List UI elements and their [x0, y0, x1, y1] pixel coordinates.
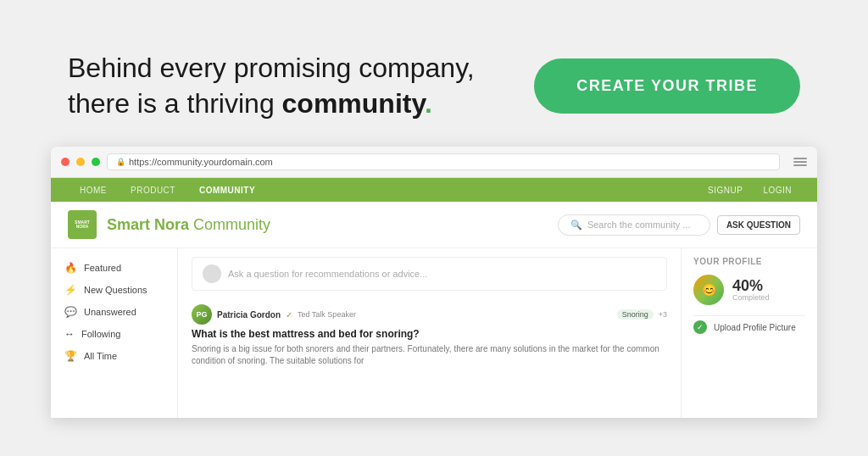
sidebar-item-featured-label: Featured — [84, 263, 121, 273]
menu-line-3 — [793, 164, 807, 166]
question-author: Patricia Gordon — [217, 310, 281, 320]
menu-line-2 — [793, 161, 807, 163]
community-header: SMART NORA Smart Nora Community 🔍 Search… — [51, 202, 817, 248]
community-search-area: 🔍 Search the community ... ASK QUESTION — [558, 214, 800, 236]
browser-close-dot — [61, 158, 70, 166]
question-item[interactable]: PG Patricia Gordon ✓ Ted Talk Speaker Sn… — [192, 299, 667, 372]
profile-avatar: 😊 — [693, 275, 724, 305]
nav-item-home[interactable]: HOME — [68, 186, 119, 195]
sidebar-item-unanswered[interactable]: 💬 Unanswered — [51, 301, 177, 323]
sidebar-item-all-time[interactable]: 🏆 All Time — [51, 345, 177, 367]
menu-line-1 — [793, 158, 807, 159]
headline-dot: . — [425, 88, 432, 119]
sidebar-item-featured[interactable]: 🔥 Featured — [51, 257, 177, 279]
question-tag-more: +3 — [659, 310, 667, 319]
question-excerpt: Snoring is a big issue for both snorers … — [192, 343, 667, 367]
sidebar-item-following[interactable]: ↔ Following — [51, 323, 177, 345]
progress-label: Completed — [732, 293, 770, 302]
progress-text: 40% Completed — [732, 278, 770, 302]
profile-progress: 😊 40% Completed — [693, 275, 805, 305]
action-check-icon: ✓ — [693, 320, 707, 334]
create-tribe-button[interactable]: CREATE YOUR TRIBE — [534, 58, 800, 114]
progress-percent: 40% — [732, 278, 770, 293]
community-logo: SMART NORA — [68, 210, 97, 239]
question-meta: PG Patricia Gordon ✓ Ted Talk Speaker Sn… — [192, 304, 667, 325]
sidebar-item-new-questions-label: New Questions — [84, 285, 147, 295]
community-feed: Ask a question for recommendations or ad… — [178, 248, 682, 418]
browser-minimize-dot — [76, 158, 85, 166]
community-word: Community — [193, 216, 270, 233]
profile-section-title: YOUR PROFILE — [693, 257, 805, 266]
url-text: https://community.yourdomain.com — [129, 157, 273, 167]
ask-bar-placeholder: Ask a question for recommendations or ad… — [228, 269, 427, 279]
search-icon: 🔍 — [570, 220, 582, 231]
ask-question-bar[interactable]: Ask a question for recommendations or ad… — [192, 257, 667, 291]
nav-login-button[interactable]: LOGIN — [754, 186, 800, 195]
sidebar-item-following-label: Following — [81, 329, 120, 339]
sidebar-item-unanswered-label: Unanswered — [84, 307, 136, 317]
question-avatar: PG — [192, 304, 212, 325]
question-author-role: Ted Talk Speaker — [298, 310, 356, 319]
lock-icon: 🔒 — [116, 158, 125, 166]
browser-url-bar[interactable]: 🔒 https://community.yourdomain.com — [107, 153, 780, 170]
nav-item-product[interactable]: PRODUCT — [119, 186, 187, 195]
site-nav: HOME PRODUCT COMMUNITY SIGNUP LOGIN — [51, 178, 817, 202]
logo-text-nora: NORA — [76, 225, 89, 230]
nav-right: SIGNUP LOGIN — [699, 186, 800, 195]
browser-menu-icon[interactable] — [793, 158, 807, 166]
sidebar-item-new-questions[interactable]: ⚡ New Questions — [51, 279, 177, 301]
following-icon: ↔ — [64, 328, 75, 340]
community-right-panel: YOUR PROFILE 😊 40% Completed ✓ Upload Pr… — [682, 248, 817, 418]
action-label-upload: Upload Profile Picture — [714, 323, 796, 332]
ask-bar-avatar — [203, 264, 221, 283]
ask-question-button[interactable]: ASK QUESTION — [717, 215, 800, 235]
headline-line1: Behind every promising company, — [68, 53, 475, 83]
nav-signup-button[interactable]: SIGNUP — [699, 186, 751, 195]
hero-section: Behind every promising company, there is… — [0, 0, 868, 147]
profile-action-upload[interactable]: ✓ Upload Profile Picture — [693, 315, 805, 338]
all-time-icon: 🏆 — [64, 350, 77, 362]
headline-bold: community — [282, 88, 425, 119]
community-search-box[interactable]: 🔍 Search the community ... — [558, 214, 710, 236]
hero-headline: Behind every promising company, there is… — [68, 51, 475, 121]
community-body: 🔥 Featured ⚡ New Questions 💬 Unanswered … — [51, 248, 817, 418]
question-verified-icon: ✓ — [286, 310, 292, 320]
nav-item-community[interactable]: COMMUNITY — [187, 186, 267, 195]
community-brand-name: Smart Nora — [107, 216, 189, 233]
browser-bar: 🔒 https://community.yourdomain.com — [51, 147, 817, 178]
featured-icon: 🔥 — [64, 262, 77, 274]
sidebar-item-all-time-label: All Time — [84, 351, 117, 361]
question-tag[interactable]: Snoring — [617, 309, 654, 320]
question-title[interactable]: What is the best mattress and bed for sn… — [192, 328, 667, 340]
unanswered-icon: 💬 — [64, 306, 77, 318]
new-questions-icon: ⚡ — [64, 284, 77, 296]
community-title: Smart Nora Community — [107, 216, 270, 234]
browser-maximize-dot — [92, 158, 100, 166]
community-sidebar: 🔥 Featured ⚡ New Questions 💬 Unanswered … — [51, 248, 178, 418]
search-placeholder-text: Search the community ... — [587, 220, 691, 230]
browser-mockup: 🔒 https://community.yourdomain.com HOME … — [51, 147, 817, 418]
headline-line2: there is a thriving — [68, 88, 282, 119]
